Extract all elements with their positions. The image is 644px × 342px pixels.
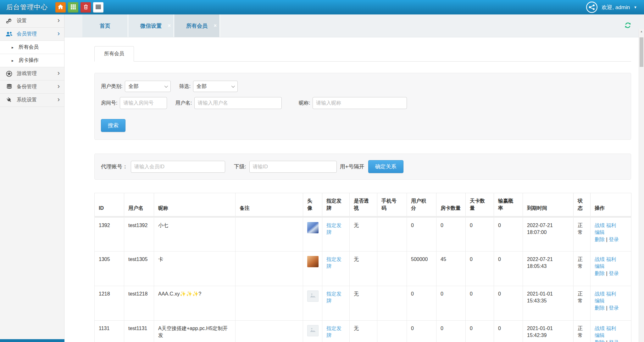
action-welfare-link[interactable]: 福利 (606, 326, 616, 331)
sidebar-subitem[interactable]: ▸房卡操作 (0, 54, 64, 67)
action-record-link[interactable]: 战绩 (595, 291, 605, 296)
list-button[interactable] (93, 2, 103, 13)
sidebar-item-label: 房卡操作 (19, 57, 39, 64)
refresh-button[interactable] (622, 21, 633, 30)
cell-assign-deal: 指定发牌 (322, 252, 350, 286)
action-record-link[interactable]: 战绩 (595, 223, 605, 228)
welcome-text: 欢迎, admin (602, 4, 630, 11)
cell-transparent: 无 (350, 252, 377, 286)
sidebar-bottom-strip (0, 339, 64, 342)
cell-avatar (303, 217, 322, 252)
panel-tab-all-members[interactable]: 所有会员 (94, 46, 134, 62)
action-welfare-link[interactable]: 福利 (606, 257, 616, 262)
action-welfare-link[interactable]: 福利 (606, 291, 616, 296)
assign-deal-link[interactable]: 指定发牌 (326, 257, 341, 269)
column-header: 天卡数 量 (466, 193, 494, 217)
user-type-select[interactable]: 全部 (125, 81, 171, 92)
assign-deal-link[interactable]: 指定发牌 (326, 326, 341, 338)
image-placeholder-icon (309, 291, 317, 301)
sidebar-item[interactable]: 会员管理› (0, 28, 64, 41)
action-edit-link[interactable]: 编辑 (595, 333, 605, 338)
action-record-link[interactable]: 战绩 (595, 257, 605, 262)
nickname-input[interactable] (313, 97, 407, 109)
column-header: 头 像 (303, 193, 322, 217)
action-delete-link[interactable]: 删除 (595, 271, 605, 276)
sidebar-item[interactable]: 设置› (0, 14, 64, 28)
action-login-link[interactable]: 登录 (609, 305, 619, 311)
cell-actions: 战绩 福利编辑删除 | 登录 (591, 252, 631, 286)
trash-button[interactable] (80, 2, 91, 13)
column-header: 是否透 视 (350, 193, 377, 217)
user-menu[interactable]: 欢迎, admin ▼ (586, 1, 644, 13)
action-edit-link[interactable]: 编辑 (595, 263, 605, 269)
cell-actions: 战绩 福利编辑删除 | 登录 (591, 217, 631, 252)
members-table: ID用户名昵称备注头 像指定发 牌是否透 视手机号 码用户积 分房卡数量天卡数 … (94, 193, 631, 342)
subordinate-input[interactable] (249, 161, 337, 173)
close-tab-icon[interactable]: × (214, 23, 217, 29)
action-separator: | (605, 271, 609, 276)
sidebar-item[interactable]: 游戏管理› (0, 67, 64, 80)
filter-select[interactable]: 全部 (193, 81, 238, 92)
gears-icon (6, 18, 13, 24)
grid-icon (71, 4, 76, 10)
workspace-tab[interactable]: 首页 (82, 14, 128, 37)
cell-nickname: AAA.C.xy✨✨✨? (154, 286, 236, 321)
column-header: 到期时间 (523, 193, 574, 217)
search-button[interactable]: 搜索 (101, 119, 125, 132)
cell-phone (377, 321, 407, 342)
agent-account-input[interactable] (131, 161, 225, 173)
action-delete-link[interactable]: 删除 (595, 340, 605, 342)
cell-remark (236, 252, 303, 286)
panel-tabbar: 所有会员 (94, 46, 631, 62)
action-record-link[interactable]: 战绩 (595, 326, 605, 331)
cell-assign-deal: 指定发牌 (322, 217, 350, 252)
subordinate-label: 下级: (234, 163, 246, 170)
cell-avatar (303, 286, 322, 321)
avatar-image (307, 256, 319, 267)
grid-button[interactable] (68, 2, 78, 13)
room-input[interactable] (120, 97, 167, 109)
username-input[interactable] (194, 97, 282, 109)
sidebar-subitem[interactable]: ▸所有会员 (0, 41, 64, 54)
cell-phone (377, 286, 407, 321)
workspace-tab[interactable]: 微信设置× (128, 14, 174, 37)
sidebar-item[interactable]: 系统设置› (0, 94, 64, 107)
avatar-image (307, 325, 319, 336)
action-edit-link[interactable]: 编辑 (595, 230, 605, 235)
action-login-link[interactable]: 登录 (609, 340, 619, 342)
vertical-scrollbar[interactable]: ▲ (639, 29, 644, 342)
cell-win-rate: 0 (494, 252, 523, 286)
caret-right-icon: ▸ (11, 58, 14, 63)
assign-deal-link[interactable]: 指定发牌 (326, 223, 341, 235)
sidebar-item[interactable]: 备份管理› (0, 80, 64, 94)
action-login-link[interactable]: 登录 (609, 237, 619, 242)
cell-status: 正常 (574, 286, 591, 321)
close-tab-icon[interactable]: × (168, 23, 171, 29)
workspace-tab[interactable]: 所有会员× (174, 14, 220, 37)
cell-status: 正常 (574, 252, 591, 286)
database-icon (6, 84, 13, 90)
confirm-relation-button[interactable]: 确定关系 (368, 160, 403, 173)
scrollbar-thumb[interactable] (640, 37, 643, 67)
column-header: 操作 (591, 193, 631, 217)
action-delete-link[interactable]: 删除 (595, 305, 605, 311)
cell-expire-time: 2021-01-01 15:43:35 (523, 286, 574, 321)
action-delete-link[interactable]: 删除 (595, 237, 605, 242)
cell-win-rate: 0 (494, 321, 523, 342)
action-welfare-link[interactable]: 福利 (606, 223, 616, 228)
avatar-image (307, 290, 319, 302)
cell-points: 500000 (407, 252, 436, 286)
sidebar-item-label: 设置 (17, 18, 27, 24)
search-filter-box: 用户类别: 全部 筛选: 全部 房间号: 用户名: (94, 73, 631, 140)
home-button[interactable] (55, 2, 66, 13)
action-edit-link[interactable]: 编辑 (595, 298, 605, 303)
action-login-link[interactable]: 登录 (609, 271, 619, 276)
sidebar-item-label: 会员管理 (17, 31, 37, 37)
scroll-up-arrow-icon[interactable]: ▲ (639, 29, 644, 34)
cell-nickname: A天空接搭建+app.pc.H5定制开发 (154, 321, 236, 342)
caret-right-icon: ▸ (11, 45, 14, 50)
cell-status: 正常 (574, 217, 591, 252)
cell-transparent: 无 (350, 286, 377, 321)
cell-id: 1131 (95, 321, 124, 342)
assign-deal-link[interactable]: 指定发牌 (326, 291, 341, 303)
